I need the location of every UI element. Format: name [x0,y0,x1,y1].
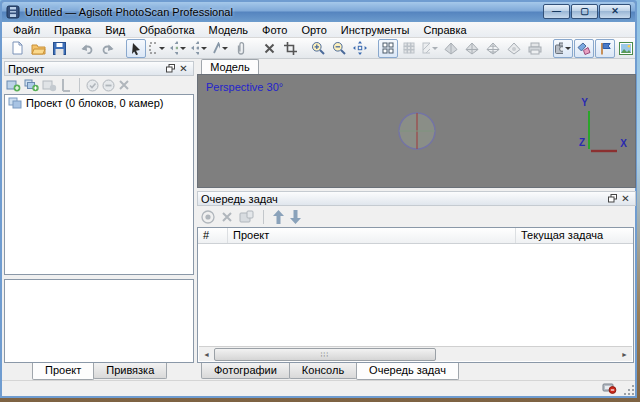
window-title: Untitled — Agisoft PhotoScan Professiona… [25,6,233,18]
task-queue-table-header: # Проект Текущая задача [198,228,633,244]
cancel-disabled-icon[interactable] [221,211,233,223]
project-tree[interactable]: Проект (0 блоков, 0 камер) [4,94,194,275]
menu-file[interactable]: Файл [6,22,47,38]
disable-disabled-icon[interactable] [102,79,115,92]
attach-icon[interactable] [231,39,251,58]
move-region-icon[interactable] [168,39,188,58]
scrollbar-thumb[interactable]: ⁞⁞⁞ [214,348,436,361]
scrollbar-track[interactable]: ⁞⁞⁞ [214,348,617,361]
redo-icon[interactable] [98,39,118,58]
chunk-icon [8,97,22,109]
tab-photos[interactable]: Фотографии [201,363,290,379]
move-object-icon[interactable] [189,39,209,58]
move-down-disabled-icon[interactable] [290,210,301,224]
application-window: Untitled — Agisoft PhotoScan Professiona… [0,0,637,398]
select-arrow-icon[interactable] [126,39,146,58]
app-icon [6,5,20,19]
shaded-diamond-1-icon[interactable] [441,39,461,58]
toolbar-separator [79,78,80,92]
enable-disabled-icon[interactable] [86,79,99,92]
task-queue-table[interactable]: # Проект Текущая задача ◄ ⁞⁞⁞ ► [197,227,634,363]
menu-tools[interactable]: Инструменты [334,22,417,38]
crop-icon[interactable] [280,39,300,58]
run-disabled-icon[interactable] [201,210,215,224]
network-status-icon[interactable] [602,382,617,394]
menu-ortho[interactable]: Орто [294,22,333,38]
print-icon[interactable] [525,39,545,58]
shapes-icon[interactable] [574,39,594,58]
flag-icon[interactable] [595,39,615,58]
tree-item-project[interactable]: Проект (0 блоков, 0 камер) [5,95,193,109]
zoom-out-icon[interactable] [329,39,349,58]
horizontal-scrollbar[interactable]: ◄ ⁞⁞⁞ ► [199,346,632,361]
tab-task-queue[interactable]: Очередь задач [356,363,459,380]
dropdown-arrow-icon [222,47,228,50]
measure-icon[interactable] [210,39,230,58]
maximize-button[interactable]: ▢ [571,4,598,19]
minimize-button[interactable]: — [543,4,570,19]
model-viewport[interactable]: Perspective 30° Y Z X [197,74,636,188]
project-details-pane[interactable] [4,279,194,363]
add-photos-icon[interactable] [24,78,39,92]
main-content: Проект ✕ Проект (0 блоков, 0 камер) [2,59,635,380]
export-disabled-icon[interactable] [239,210,254,223]
title-bar[interactable]: Untitled — Agisoft PhotoScan Professiona… [2,2,635,22]
image-icon[interactable] [616,39,636,58]
project-panel-toolbar [4,77,194,93]
shaded-diamond-3-icon[interactable] [483,39,503,58]
menu-view[interactable]: Вид [98,22,132,38]
dropdown-arrow-icon [432,47,438,50]
tab-model[interactable]: Модель [201,59,259,74]
task-queue-toolbar [197,208,636,225]
project-panel-header: Проект ✕ [4,61,194,76]
scroll-left-arrow-icon[interactable]: ◄ [199,348,214,361]
grid-4-view-icon[interactable] [378,39,398,58]
menu-workflow[interactable]: Обработка [132,22,201,38]
remove-disabled-icon[interactable] [118,79,130,91]
axis-z-label: Z [579,137,585,148]
grid-9-view-icon[interactable] [399,39,419,58]
tab-reference[interactable]: Привязка [93,363,167,379]
dropdown-arrow-icon [565,47,571,50]
save-icon[interactable] [49,39,69,58]
close-icon: ✕ [621,194,629,204]
resize-grip[interactable] [622,383,634,395]
tab-console[interactable]: Консоль [289,363,357,379]
close-panel-button[interactable]: ✕ [177,63,190,75]
column-header-current-task[interactable]: Текущая задача [516,228,633,243]
shaded-diamond-2-icon[interactable] [462,39,482,58]
model-tab-bar: Модель [197,59,636,74]
menu-model[interactable]: Модель [202,22,255,38]
reset-view-icon[interactable] [350,39,370,58]
new-document-icon[interactable] [7,39,27,58]
add-chunk-icon[interactable] [6,78,21,92]
left-tab-bar: Проект Привязка [32,363,166,380]
float-panel-button[interactable] [164,63,177,75]
add-marker-disabled-icon[interactable] [42,78,57,92]
move-up-disabled-icon[interactable] [273,210,284,224]
menu-help[interactable]: Справка [416,22,473,38]
delete-icon[interactable] [259,39,279,58]
dropdown-arrow-icon [159,47,165,50]
add-scalebar-disabled-icon[interactable] [60,78,73,92]
column-header-number[interactable]: # [198,228,228,243]
close-button[interactable]: ✕ [599,4,631,19]
open-folder-icon[interactable] [28,39,48,58]
menu-photo[interactable]: Фото [255,22,294,38]
scroll-right-arrow-icon[interactable]: ► [617,348,632,361]
task-queue-header: Очередь задач ✕ [197,191,636,206]
zoom-in-icon[interactable] [308,39,328,58]
column-header-project[interactable]: Проект [228,228,516,243]
rectangle-selection-icon[interactable] [147,39,167,58]
menu-edit[interactable]: Правка [47,22,98,38]
float-panel-button[interactable] [606,193,619,205]
undo-icon[interactable] [77,39,97,58]
camera-icon[interactable] [553,39,573,58]
float-icon [166,64,175,73]
float-icon [608,194,617,203]
status-bar [2,380,635,396]
tab-project[interactable]: Проект [32,363,94,380]
close-panel-button[interactable]: ✕ [619,193,632,205]
hatch-pattern-icon[interactable] [420,39,440,58]
shaded-diamond-4-icon[interactable] [504,39,524,58]
